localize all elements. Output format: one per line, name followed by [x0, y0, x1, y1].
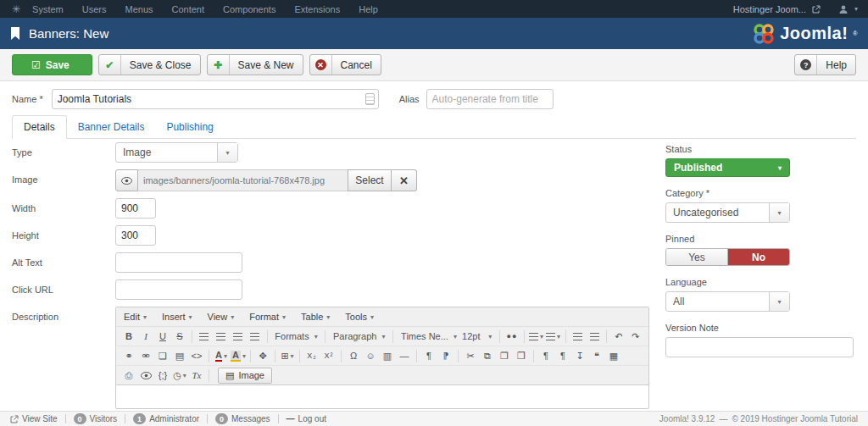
copy-button[interactable]: ⧉ [479, 347, 496, 364]
show-invisible-characters-button[interactable]: ¶ [537, 347, 554, 364]
view-site-link[interactable]: View Site [10, 414, 58, 423]
save-new-button[interactable]: ✚ Save & New [207, 54, 303, 75]
status-select[interactable]: Published ▾ [665, 158, 790, 177]
insert-media-button[interactable]: ▥ [379, 347, 396, 364]
type-select[interactable]: Image ▾ [115, 142, 238, 163]
menu-item-help[interactable]: Help [359, 4, 378, 14]
name-label: Name * [12, 94, 43, 104]
anchor-button[interactable]: ❏ [154, 347, 171, 364]
editor-content-area[interactable] [116, 385, 648, 408]
source-code-button[interactable]: <> [188, 347, 205, 364]
paragraph-dropdown[interactable]: Paragraph ▾ [329, 328, 389, 345]
ltr-button[interactable]: ¶ [420, 347, 437, 364]
help-button[interactable]: ? Help [794, 54, 856, 75]
undo-button[interactable]: ↶ [610, 328, 627, 345]
insert-datetime-button[interactable]: ◷▾ [171, 367, 188, 384]
bullet-list-button[interactable]: ▾ [528, 328, 545, 345]
redo-button[interactable]: ↷ [627, 328, 644, 345]
rtl-button[interactable]: ⁋ [437, 347, 454, 364]
align-center-button[interactable] [213, 328, 230, 345]
emoticons-button[interactable]: ☺ [362, 347, 379, 364]
site-preview-link[interactable]: Hostinger Joom... [733, 4, 806, 14]
strikethrough-button[interactable]: S [171, 328, 188, 345]
paste-as-text-button[interactable]: ❒ [513, 347, 530, 364]
horizontal-rule-button[interactable]: — [396, 347, 413, 364]
superscript-button[interactable]: X² [320, 347, 337, 364]
caret-down-icon: ▾ [557, 333, 560, 340]
menu-item-extensions[interactable]: Extensions [294, 4, 340, 14]
blockquote-button[interactable]: ❝ [588, 347, 605, 364]
paste-button[interactable]: ❐ [496, 347, 513, 364]
numbered-list-button[interactable]: ▾ [545, 328, 562, 345]
save-button[interactable]: ☑ Save [12, 54, 92, 75]
insert-image-button[interactable]: ▤ [171, 347, 188, 364]
remove-format-button[interactable]: Tx [188, 367, 205, 384]
cancel-button[interactable]: ✕ Cancel [309, 54, 381, 75]
unlink-button[interactable]: ⚮ [137, 347, 154, 364]
editor-menu-table[interactable]: Table ▾ [301, 312, 330, 322]
clear-image-button[interactable]: ✕ [392, 169, 417, 191]
align-right-button[interactable] [230, 328, 247, 345]
editor-menu-view[interactable]: View ▾ [208, 312, 235, 322]
tab-details[interactable]: Details [12, 115, 67, 139]
image-path-input[interactable] [138, 169, 348, 191]
formats-dropdown[interactable]: Formats ▾ [270, 328, 321, 345]
bold-button[interactable]: B [120, 328, 137, 345]
background-color-button[interactable]: A▾ [230, 347, 247, 364]
pinned-no-button[interactable]: No [728, 249, 789, 265]
align-justify-button[interactable] [247, 328, 264, 345]
underline-button[interactable]: U [154, 328, 171, 345]
special-character-button[interactable]: Ω [345, 347, 362, 364]
link-button[interactable]: ⚭ [120, 347, 137, 364]
outdent-button[interactable] [569, 328, 586, 345]
tab-banner-details[interactable]: Banner Details [67, 116, 156, 138]
search-replace-button[interactable]: ●● [504, 328, 520, 345]
width-input[interactable] [115, 198, 156, 219]
pinned-yes-button[interactable]: Yes [666, 249, 728, 265]
indent-button[interactable] [586, 328, 603, 345]
subscript-button[interactable]: X₂ [303, 347, 320, 364]
preview-button[interactable] [137, 367, 154, 384]
messages-link[interactable]: 0 Messages [215, 413, 270, 424]
menu-item-menus[interactable]: Menus [125, 4, 153, 14]
logout-link[interactable]: — Log out [287, 414, 326, 423]
menu-item-system[interactable]: System [32, 4, 64, 14]
preview-image-button[interactable] [115, 169, 138, 191]
editor-menu-insert[interactable]: Insert ▾ [162, 312, 192, 322]
visitors-link[interactable]: 0 Visitors [74, 413, 118, 424]
alias-input[interactable] [426, 89, 554, 109]
tab-publishing[interactable]: Publishing [155, 116, 224, 138]
fullscreen-button[interactable]: ✥ [254, 347, 271, 364]
save-close-button[interactable]: ✔ Save & Close [98, 54, 201, 75]
language-select[interactable]: All ▾ [665, 291, 790, 312]
editor-menu-format[interactable]: Format ▾ [249, 312, 286, 322]
administrator-link[interactable]: 1 Administrator [133, 413, 199, 424]
code-sample-button[interactable]: {;} [154, 367, 171, 384]
menu-item-components[interactable]: Components [223, 4, 275, 14]
font-family-dropdown[interactable]: Times Ne... ▾ [397, 328, 458, 345]
alt-text-input[interactable] [115, 252, 242, 273]
editor-menu-tools[interactable]: Tools ▾ [345, 312, 374, 322]
text-color-button[interactable]: A▾ [213, 347, 230, 364]
name-input[interactable] [52, 89, 379, 109]
show-blocks-button[interactable]: ¶ [554, 347, 571, 364]
cut-button[interactable]: ✂ [462, 347, 479, 364]
version-note-input[interactable] [665, 337, 854, 357]
click-url-input[interactable] [115, 279, 242, 300]
print-button[interactable]: ⎙ [120, 367, 137, 384]
select-image-button[interactable]: Select [348, 169, 392, 191]
user-icon[interactable] [838, 4, 849, 14]
page-break-button[interactable]: ↧ [571, 347, 588, 364]
height-input[interactable] [115, 225, 156, 246]
editor-menu-edit[interactable]: Edit ▾ [124, 312, 147, 322]
template-button[interactable]: ▦ [605, 347, 622, 364]
joomla-image-button[interactable]: ▤ Image [218, 368, 272, 384]
menu-item-users[interactable]: Users [82, 4, 107, 14]
align-left-button[interactable] [196, 328, 213, 345]
menu-item-content[interactable]: Content [172, 4, 205, 14]
font-size-dropdown[interactable]: 12pt ▾ [458, 328, 496, 345]
table-button[interactable]: ⊞▾ [279, 347, 296, 364]
check-icon: ✔ [99, 55, 121, 75]
italic-button[interactable]: I [137, 328, 154, 345]
category-select[interactable]: Uncategorised ▾ [665, 202, 790, 223]
